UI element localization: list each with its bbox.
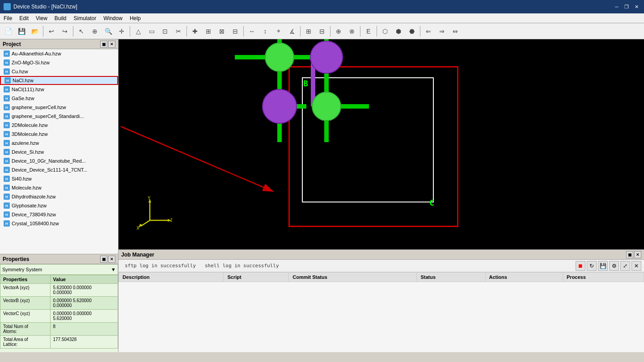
viewport[interactable]: B C bbox=[119, 39, 644, 249]
file-icon: H bbox=[4, 149, 10, 155]
value-col-header: Value bbox=[50, 275, 118, 284]
build3-button[interactable]: ⊡ bbox=[159, 25, 171, 38]
project-panel-float-btn[interactable]: ▣ bbox=[100, 41, 107, 48]
jm-action-buttons: ⏹ ↻ 💾 ⚙ ⤢ ✕ bbox=[576, 261, 641, 271]
file-icon: H bbox=[4, 68, 10, 75]
tree-item[interactable]: HMolecule.hzw bbox=[0, 183, 118, 192]
jm-col-status: Status bbox=[417, 273, 485, 282]
tree-item[interactable]: HDevice_Device_Sc111-14_7CNT... bbox=[0, 165, 118, 174]
tree-item[interactable]: HCrystal_1058400.hzw bbox=[0, 219, 118, 228]
tree-item-label: NaCl.hzw bbox=[13, 78, 34, 83]
restore-button[interactable]: ❐ bbox=[623, 3, 631, 11]
tree-item[interactable]: HDevice_10_0Gr_Nanotube_Red... bbox=[0, 156, 118, 165]
tree-item[interactable]: Hazulene.hzw bbox=[0, 139, 118, 147]
tool2-button[interactable]: ↕ bbox=[259, 25, 271, 38]
properties-panel-close-btn[interactable]: ✕ bbox=[108, 256, 115, 263]
project-panel: Project ▣ ✕ HAu-Alkanethiol-Au.hzwHZnO-M… bbox=[0, 39, 118, 254]
tree-item[interactable]: HGlyphosate.hzw bbox=[0, 201, 118, 210]
menu-file[interactable]: File bbox=[0, 14, 16, 22]
prop-value: 5.620000 0.000000 0.000000 bbox=[50, 284, 118, 297]
bond-button[interactable]: ⊞ bbox=[202, 25, 215, 38]
project-panel-close-btn[interactable]: ✕ bbox=[108, 41, 115, 48]
tree-item[interactable]: HSi40.hzw bbox=[0, 174, 118, 183]
new-button[interactable]: 📄 bbox=[2, 25, 14, 38]
tree-item-label: ZnO-MgO-Si.hzw bbox=[12, 60, 50, 65]
sym2-button[interactable]: ⊗ bbox=[346, 25, 358, 38]
tool3-button[interactable]: ⌖ bbox=[272, 25, 285, 38]
open-button[interactable]: 📂 bbox=[29, 25, 41, 38]
symmetry-system-dropdown[interactable]: Symmetry System ▼ bbox=[0, 264, 118, 275]
zoom-button[interactable]: 🔍 bbox=[102, 25, 114, 38]
annotation-arrow bbox=[119, 39, 644, 249]
build-surface-button[interactable]: △ bbox=[132, 25, 144, 38]
jm-close2-btn[interactable]: ✕ bbox=[631, 261, 641, 271]
measure2-button[interactable]: ⊟ bbox=[229, 25, 242, 38]
menu-simulator[interactable]: Simulator bbox=[70, 14, 100, 22]
menu-edit[interactable]: Edit bbox=[16, 14, 32, 22]
close-button[interactable]: ✕ bbox=[632, 3, 640, 11]
tree-item-label: Device_Si.hzw bbox=[12, 149, 44, 155]
jm-save-btn[interactable]: 💾 bbox=[598, 261, 608, 271]
jm-expand-btn[interactable]: ⤢ bbox=[620, 261, 630, 271]
select-button[interactable]: ↖ bbox=[75, 25, 88, 38]
jm-close-btn[interactable]: ✕ bbox=[634, 251, 641, 258]
menubar: File Edit View Build Simulator Window He… bbox=[0, 13, 644, 23]
tree-item[interactable]: HAu-Alkanethiol-Au.hzw bbox=[0, 49, 118, 58]
hex1-button[interactable]: ⬡ bbox=[379, 25, 391, 38]
arrow2-button[interactable]: ⇒ bbox=[436, 25, 448, 38]
prop-name: VectorA (xyz) bbox=[0, 284, 51, 297]
tree-item[interactable]: HCu.hzw bbox=[0, 67, 118, 76]
table-row: Total Num of Atoms:8 bbox=[0, 323, 118, 336]
tree-item-label: Molecule.hzw bbox=[12, 185, 42, 190]
properties-panel-float-btn[interactable]: ▣ bbox=[100, 256, 107, 263]
undo-button[interactable]: ↩ bbox=[45, 25, 58, 38]
sym1-button[interactable]: ⊕ bbox=[332, 25, 345, 38]
build2-button[interactable]: ▭ bbox=[145, 25, 158, 38]
project-tree[interactable]: HAu-Alkanethiol-Au.hzwHZnO-MgO-Si.hzwHCu… bbox=[0, 49, 118, 254]
tree-item[interactable]: HDevice_738049.hzw bbox=[0, 210, 118, 219]
file-icon: H bbox=[4, 176, 10, 182]
tree-item[interactable]: H3DMolecule.hzw bbox=[0, 130, 118, 139]
menu-build[interactable]: Build bbox=[51, 14, 70, 22]
hex3-button[interactable]: ⬣ bbox=[406, 25, 418, 38]
tree-item-label: Device_10_0Gr_Nanotube_Red... bbox=[12, 158, 86, 164]
cell1-button[interactable]: ⊞ bbox=[302, 25, 315, 38]
jm-red-btn[interactable]: ⏹ bbox=[576, 261, 585, 271]
tree-item[interactable]: H2DMolecule.hzw bbox=[0, 121, 118, 130]
tree-item-label: Device_738049.hzw bbox=[12, 212, 56, 217]
measure-button[interactable]: ⊠ bbox=[216, 25, 228, 38]
save-button[interactable]: 💾 bbox=[15, 25, 28, 38]
tool4-button[interactable]: ∡ bbox=[286, 25, 298, 38]
tree-item[interactable]: HDihydrothiazole.hzw bbox=[0, 192, 118, 201]
table-row: Total Area of Lattice:177.504328 bbox=[0, 336, 118, 349]
arrow3-button[interactable]: ⇔ bbox=[449, 25, 462, 38]
tree-item-label: Cu.hzw bbox=[12, 69, 28, 74]
tree-item[interactable]: HNaCl(111).hzw bbox=[0, 85, 118, 94]
jm-settings-btn[interactable]: ⚙ bbox=[609, 261, 619, 271]
jm-float-btn[interactable]: ▣ bbox=[626, 251, 633, 258]
tree-item[interactable]: HGaSe.hzw bbox=[0, 94, 118, 103]
tree-item[interactable]: HNaCl.hzw bbox=[0, 76, 118, 85]
tree-item[interactable]: Hgraphene_superCell.hzw bbox=[0, 103, 118, 112]
select2-button[interactable]: ⊕ bbox=[89, 25, 101, 38]
hex2-button[interactable]: ⬢ bbox=[392, 25, 405, 38]
tree-item[interactable]: HZnO-MgO-Si.hzw bbox=[0, 58, 118, 67]
arrow1-button[interactable]: ⇐ bbox=[422, 25, 435, 38]
e-button[interactable]: E bbox=[362, 25, 375, 38]
pan-button[interactable]: ✛ bbox=[115, 25, 128, 38]
file-icon: H bbox=[4, 158, 10, 164]
build4-button[interactable]: ✂ bbox=[172, 25, 185, 38]
menu-help[interactable]: Help bbox=[126, 14, 144, 22]
redo-button[interactable]: ↪ bbox=[59, 25, 71, 38]
menu-window[interactable]: Window bbox=[100, 14, 126, 22]
menu-view[interactable]: View bbox=[32, 14, 51, 22]
tree-item-label: Crystal_1058400.hzw bbox=[12, 221, 59, 226]
tree-item[interactable]: HDevice_Si.hzw bbox=[0, 147, 118, 156]
tree-item[interactable]: Hgraphene_superCell_Standardi... bbox=[0, 112, 118, 121]
add-atom-button[interactable]: ✚ bbox=[189, 25, 201, 38]
cell2-button[interactable]: ⊟ bbox=[316, 25, 328, 38]
prop-value: 0.000000 5.620000 0.000000 bbox=[50, 297, 118, 310]
jm-refresh-btn[interactable]: ↻ bbox=[587, 261, 597, 271]
minimize-button[interactable]: ─ bbox=[613, 3, 621, 11]
tool1-button[interactable]: ↔ bbox=[246, 25, 258, 38]
